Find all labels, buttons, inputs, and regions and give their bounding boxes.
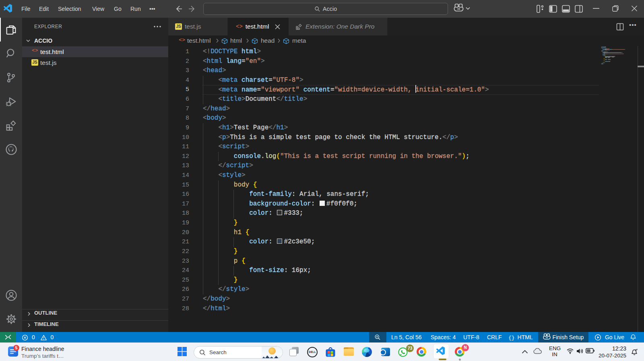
svg-text:z: z [636,348,638,351]
